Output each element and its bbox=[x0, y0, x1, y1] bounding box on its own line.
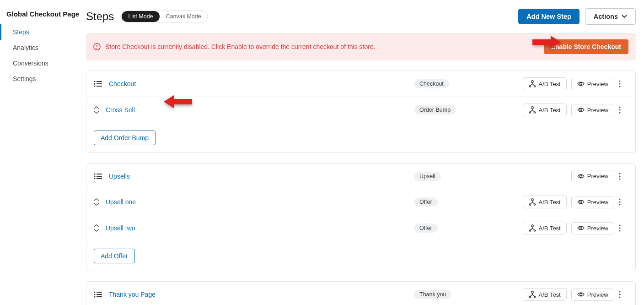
step-link[interactable]: Upsells bbox=[109, 173, 130, 180]
step-link[interactable]: Thank you Page bbox=[109, 291, 156, 298]
list-mode-tab[interactable]: List Mode bbox=[122, 11, 159, 22]
ab-test-button[interactable]: A/B Test bbox=[523, 288, 567, 301]
step-tag: Offer bbox=[414, 223, 438, 233]
preview-button[interactable]: Preview bbox=[571, 196, 614, 208]
sidebar-item-analytics[interactable]: Analytics bbox=[0, 40, 86, 55]
add-new-step-button[interactable]: Add New Step bbox=[518, 9, 579, 24]
step-row: Upsells Upsell Preview bbox=[86, 163, 635, 189]
step-link[interactable]: Upsell one bbox=[106, 198, 136, 206]
step-row: Thank you Page Thank you A/B Test Previe… bbox=[86, 282, 635, 305]
step-group-checkout: Checkout Checkout A/B Test Preview Cross… bbox=[86, 71, 636, 153]
more-menu-button[interactable] bbox=[619, 173, 628, 180]
ab-test-icon bbox=[529, 198, 536, 206]
step-group-upsells: Upsells Upsell Preview Upsell one Offer … bbox=[86, 163, 636, 271]
ab-test-button[interactable]: A/B Test bbox=[523, 222, 567, 234]
more-menu-button[interactable] bbox=[619, 291, 628, 298]
sidebar-item-label: Analytics bbox=[13, 44, 38, 51]
more-menu-button[interactable] bbox=[619, 80, 628, 87]
ab-test-button[interactable]: A/B Test bbox=[523, 196, 567, 208]
ab-test-label: A/B Test bbox=[539, 225, 561, 232]
canvas-mode-tab[interactable]: Canvas Mode bbox=[160, 11, 208, 22]
sidebar-item-settings[interactable]: Settings bbox=[0, 71, 86, 87]
chevron-down-icon bbox=[622, 15, 627, 18]
add-order-bump-button[interactable]: Add Order Bump bbox=[94, 131, 156, 145]
step-row: Upsell one Offer A/B Test Preview bbox=[86, 189, 635, 215]
view-mode-switch: List Mode Canvas Mode bbox=[121, 11, 208, 22]
actions-label: Actions bbox=[594, 13, 618, 20]
ab-test-button[interactable]: A/B Test bbox=[523, 77, 567, 90]
sort-handle-icon[interactable] bbox=[94, 224, 99, 232]
step-row: Checkout Checkout A/B Test Preview bbox=[86, 71, 635, 97]
more-menu-button[interactable] bbox=[619, 106, 628, 114]
list-icon bbox=[94, 172, 102, 180]
preview-label: Preview bbox=[587, 199, 608, 206]
step-group-thankyou: Thank you Page Thank you A/B Test Previe… bbox=[86, 281, 636, 305]
ab-test-label: A/B Test bbox=[539, 81, 561, 87]
ab-test-button[interactable]: A/B Test bbox=[523, 103, 567, 116]
ab-test-label: A/B Test bbox=[539, 107, 561, 114]
add-row: Add Order Bump bbox=[86, 123, 635, 152]
step-link[interactable]: Upsell two bbox=[106, 224, 135, 232]
add-row: Add Offer bbox=[86, 241, 635, 271]
page-title: Steps bbox=[86, 10, 114, 23]
preview-button[interactable]: Preview bbox=[571, 104, 614, 116]
eye-icon bbox=[577, 107, 585, 113]
page-header: Steps List Mode Canvas Mode Add New Step… bbox=[86, 8, 636, 25]
step-tag: Thank you bbox=[414, 290, 451, 299]
preview-button[interactable]: Preview bbox=[571, 222, 614, 234]
preview-label: Preview bbox=[587, 107, 608, 114]
ab-test-icon bbox=[529, 224, 536, 232]
sidebar-item-conversions[interactable]: Conversions bbox=[0, 55, 86, 71]
preview-label: Preview bbox=[587, 173, 608, 180]
sidebar-title: Global Checkout Page bbox=[0, 10, 86, 24]
list-icon bbox=[94, 290, 102, 299]
ab-test-icon bbox=[529, 80, 536, 87]
preview-button[interactable]: Preview bbox=[571, 170, 614, 182]
step-tag: Checkout bbox=[414, 79, 449, 88]
header-actions: Add New Step Actions bbox=[518, 8, 636, 25]
add-offer-button[interactable]: Add Offer bbox=[94, 249, 135, 263]
preview-button[interactable]: Preview bbox=[571, 289, 614, 301]
eye-icon bbox=[577, 291, 585, 298]
step-row: Upsell two Offer A/B Test Preview bbox=[86, 215, 635, 241]
step-link[interactable]: Checkout bbox=[109, 80, 136, 87]
eye-icon bbox=[577, 199, 585, 205]
alert-icon bbox=[93, 43, 101, 50]
alert-text: Store Checkout is currently disabled. Cl… bbox=[105, 43, 544, 50]
ab-test-label: A/B Test bbox=[539, 291, 561, 298]
ab-test-icon bbox=[529, 106, 536, 114]
actions-dropdown[interactable]: Actions bbox=[585, 8, 636, 25]
sidebar-item-label: Settings bbox=[13, 75, 36, 82]
more-menu-button[interactable] bbox=[619, 198, 628, 206]
step-row: Cross Sell Order Bump A/B Test Preview bbox=[86, 97, 635, 123]
preview-label: Preview bbox=[587, 81, 608, 87]
sort-handle-icon[interactable] bbox=[94, 198, 99, 206]
main-content: Steps List Mode Canvas Mode Add New Step… bbox=[86, 0, 644, 305]
eye-icon bbox=[577, 173, 585, 180]
sidebar-item-steps[interactable]: Steps bbox=[0, 24, 86, 40]
preview-label: Preview bbox=[587, 225, 608, 232]
step-link[interactable]: Cross Sell bbox=[106, 106, 135, 114]
step-tag: Order Bump bbox=[414, 105, 456, 114]
alert-banner: Store Checkout is currently disabled. Cl… bbox=[86, 33, 636, 60]
enable-store-checkout-button[interactable]: Enable Store Checkout bbox=[544, 39, 628, 54]
sidebar: Global Checkout Page Steps Analytics Con… bbox=[0, 0, 86, 305]
ab-test-label: A/B Test bbox=[539, 199, 561, 206]
sidebar-item-label: Conversions bbox=[13, 60, 48, 67]
sidebar-item-label: Steps bbox=[13, 28, 29, 36]
ab-test-icon bbox=[529, 291, 536, 298]
eye-icon bbox=[577, 81, 585, 87]
step-tag: Upsell bbox=[414, 172, 441, 181]
step-tag: Offer bbox=[414, 197, 438, 207]
sort-handle-icon[interactable] bbox=[94, 106, 99, 114]
preview-label: Preview bbox=[587, 291, 608, 298]
preview-button[interactable]: Preview bbox=[571, 78, 614, 90]
sidebar-nav: Steps Analytics Conversions Settings bbox=[0, 24, 86, 87]
list-icon bbox=[94, 80, 102, 88]
eye-icon bbox=[577, 225, 585, 231]
more-menu-button[interactable] bbox=[619, 224, 628, 232]
